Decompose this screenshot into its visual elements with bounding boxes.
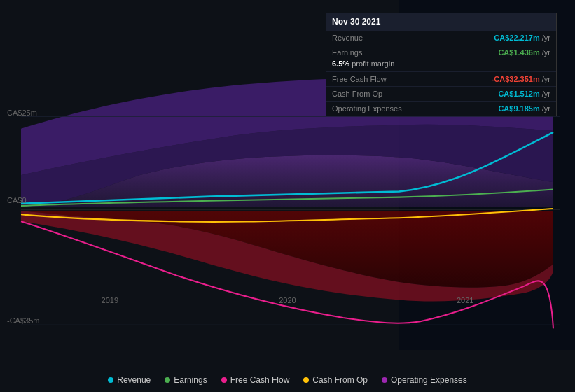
tooltip-label-earnings: Earnings [332,48,362,57]
tooltip-value-revenue: CA$22.217m /yr [494,34,550,42]
tooltip-value-fcf: -CA$32.351m /yr [492,75,550,83]
tooltip-label-fcf: Free Cash Flow [332,75,387,83]
tooltip-value-cashop: CA$1.512m /yr [498,90,550,98]
legend-dot-fcf [221,377,227,383]
tooltip-value-earnings: CA$1.436m /yr [498,48,550,57]
x-label-2019: 2019 [102,296,118,304]
y-label-mid: CA$0 [7,196,27,204]
tooltip-margin: 6.5% profit margin [326,59,556,71]
legend-label-fcf: Free Cash Flow [230,375,290,385]
legend-dot-cashop [303,377,309,383]
tooltip-value-opex: CA$9.185m /yr [498,104,550,113]
tooltip-label-cashop: Cash From Op [332,90,382,98]
legend-label-earnings: Earnings [174,375,207,385]
chart-legend: Revenue Earnings Free Cash Flow Cash Fro… [0,375,575,385]
legend-fcf[interactable]: Free Cash Flow [221,375,290,385]
legend-earnings[interactable]: Earnings [165,375,207,385]
legend-dot-opex [382,377,387,383]
x-label-2021: 2021 [457,296,473,304]
tooltip-row-opex: Operating Expenses CA$9.185m /yr [326,101,556,115]
tooltip: Nov 30 2021 Revenue CA$22.217m /yr Earni… [326,13,557,116]
tooltip-row-earnings: Earnings CA$1.436m /yr [326,45,556,59]
tooltip-label-revenue: Revenue [332,34,363,42]
legend-label-cashop: Cash From Op [312,375,368,385]
tooltip-row-fcf: Free Cash Flow -CA$32.351m /yr [326,71,556,86]
legend-dot-revenue [108,377,113,383]
legend-label-opex: Operating Expenses [391,375,467,385]
y-label-top: CA$25m [7,108,37,117]
legend-revenue[interactable]: Revenue [108,375,151,385]
tooltip-row-revenue: Revenue CA$22.217m /yr [326,30,556,45]
legend-cashop[interactable]: Cash From Op [303,375,368,385]
legend-dot-earnings [165,377,170,383]
x-label-2020: 2020 [279,296,296,304]
y-label-bot: -CA$35m [7,316,39,325]
tooltip-label-opex: Operating Expenses [332,104,402,113]
legend-opex[interactable]: Operating Expenses [382,375,467,385]
tooltip-row-cashop: Cash From Op CA$1.512m /yr [326,86,556,101]
tooltip-date: Nov 30 2021 [326,13,556,30]
legend-label-revenue: Revenue [117,375,151,385]
